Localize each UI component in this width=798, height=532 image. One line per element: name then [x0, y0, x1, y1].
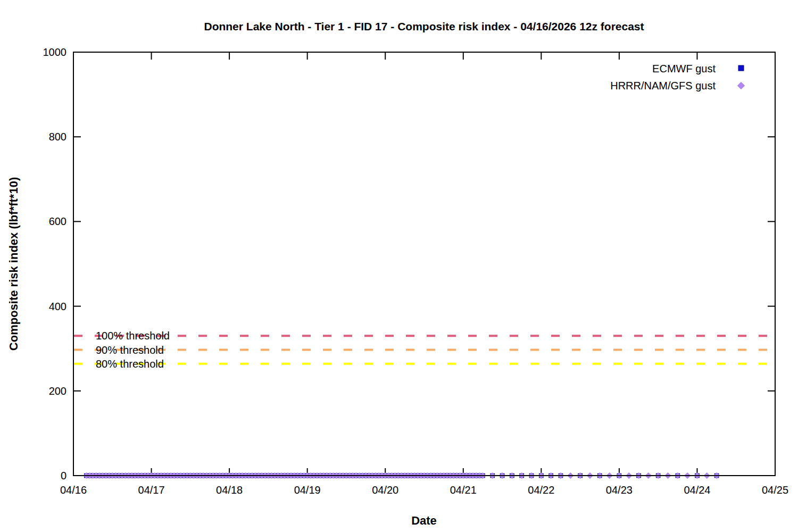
- chart-canvas: 04/1604/1704/1804/1904/2004/2104/2204/23…: [0, 0, 798, 532]
- legend: ECMWF gust HRRR/NAM/GFS gust: [610, 63, 744, 92]
- threshold-label: 90% threshold: [96, 344, 164, 356]
- y-tick-label: 0: [61, 470, 66, 481]
- y-tick-label: 400: [49, 301, 66, 312]
- threshold-label: 80% threshold: [96, 358, 164, 370]
- x-tick-label: 04/18: [216, 484, 243, 496]
- x-axis-title: Date: [411, 514, 437, 527]
- x-tick-label: 04/20: [372, 484, 398, 496]
- x-tick-label: 04/25: [762, 484, 788, 496]
- chart-title: Donner Lake North - Tier 1 - FID 17 - Co…: [204, 20, 644, 32]
- legend-marker-square-icon: [738, 65, 744, 71]
- plot-frame: [73, 52, 775, 476]
- x-tick-label: 04/17: [138, 484, 165, 496]
- plot-generated-layer: 04/1604/1704/1804/1904/2004/2104/2204/23…: [43, 46, 789, 496]
- x-tick-label: 04/22: [528, 484, 554, 496]
- y-tick-label: 200: [49, 385, 66, 397]
- forecast-chart: 04/1604/1704/1804/1904/2004/2104/2204/23…: [0, 0, 798, 532]
- x-tick-label: 04/21: [450, 484, 477, 496]
- x-tick-label: 04/23: [606, 484, 633, 496]
- x-tick-label: 04/24: [684, 484, 710, 496]
- legend-label-ecmwf: ECMWF gust: [652, 63, 716, 74]
- threshold-label: 100% threshold: [96, 330, 170, 342]
- y-axis-title: Composite risk index (lbf*ft*10): [7, 177, 20, 351]
- y-tick-label: 800: [49, 131, 66, 143]
- legend-marker-diamond-icon: [738, 82, 745, 89]
- x-tick-label: 04/16: [60, 484, 87, 496]
- x-tick-label: 04/19: [294, 484, 321, 496]
- legend-label-hrrr-nam-gfs: HRRR/NAM/GFS gust: [610, 80, 716, 92]
- y-tick-label: 600: [49, 215, 66, 227]
- y-tick-label: 1000: [43, 46, 67, 58]
